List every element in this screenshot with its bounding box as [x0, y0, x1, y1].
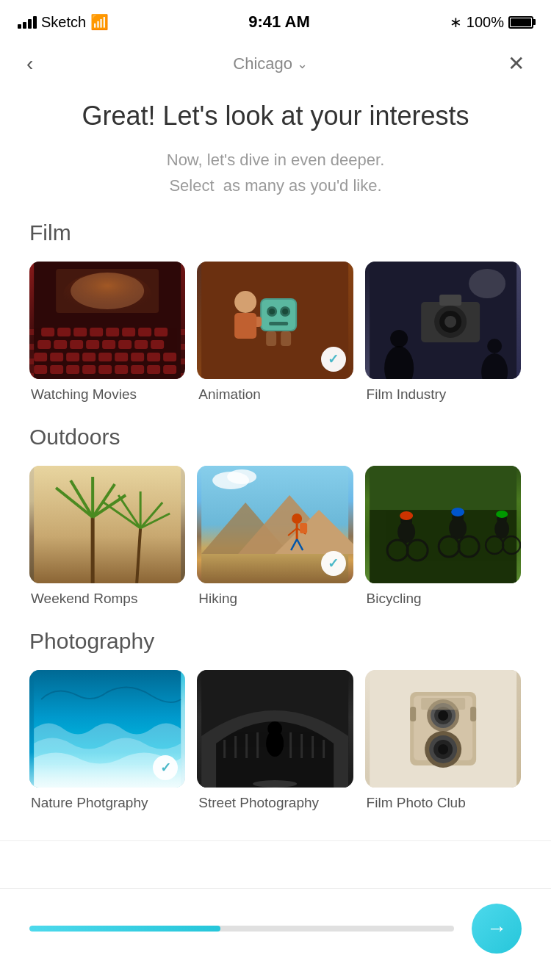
progress-track [29, 926, 454, 932]
card-film-photo-club-label: Film Photo Club [365, 795, 521, 811]
svg-point-124 [438, 710, 448, 721]
bottom-bar: → [0, 888, 551, 980]
svg-rect-9 [154, 328, 168, 336]
svg-point-79 [292, 514, 302, 524]
svg-rect-10 [37, 340, 51, 349]
card-bicycling-image [365, 466, 521, 583]
svg-rect-50 [234, 313, 256, 339]
svg-rect-28 [50, 365, 63, 374]
card-film-photo-club[interactable]: Film Photo Club [365, 670, 521, 811]
section-photography: Photography [0, 629, 551, 833]
header: Great! Let's look at your interests Now,… [0, 84, 551, 220]
card-animation-image: ✓ [197, 262, 353, 379]
status-left: Sketch 📶 [18, 13, 109, 31]
svg-rect-114 [300, 734, 303, 758]
section-outdoors: Outdoors [0, 425, 551, 629]
arrow-right-icon: → [486, 917, 507, 940]
svg-rect-16 [134, 340, 148, 349]
svg-point-86 [227, 469, 256, 484]
svg-rect-47 [266, 331, 276, 346]
card-street-photography[interactable]: Street Photography [197, 670, 353, 811]
next-button[interactable]: → [472, 904, 522, 954]
card-bicycling-label: Bicycling [365, 591, 521, 607]
svg-point-44 [282, 309, 288, 314]
location-selector[interactable]: Chicago ⌄ [233, 54, 308, 73]
card-animation-label: Animation [197, 386, 353, 403]
svg-rect-6 [106, 328, 119, 336]
card-hiking[interactable]: ✓ Hiking [197, 466, 353, 607]
svg-rect-33 [131, 365, 144, 374]
svg-rect-17 [151, 340, 164, 349]
carrier-label: Sketch [41, 14, 86, 31]
card-bicycling[interactable]: Bicycling [365, 466, 521, 607]
card-weekend-romps-image [29, 466, 185, 583]
card-hiking-check: ✓ [321, 551, 346, 576]
svg-rect-7 [122, 328, 135, 336]
back-button[interactable]: ‹ [24, 49, 36, 79]
card-weekend-romps-label: Weekend Romps [29, 591, 185, 607]
svg-rect-25 [147, 353, 160, 361]
svg-rect-13 [86, 340, 99, 349]
card-nature-photography-label: Nature Photgraphy [29, 795, 185, 811]
svg-rect-53 [439, 295, 461, 306]
svg-rect-111 [245, 734, 248, 758]
page-title: Great! Let's look at your interests [29, 99, 522, 134]
close-button[interactable]: ✕ [505, 48, 527, 79]
page-subtitle: Now, let's dive in even deeper.Select as… [29, 147, 522, 198]
card-animation[interactable]: ✓ Animation [197, 262, 353, 403]
card-film-photo-club-image [365, 670, 521, 788]
battery-percent: 100% [467, 14, 504, 31]
svg-point-43 [269, 309, 275, 314]
svg-rect-4 [73, 328, 87, 336]
svg-rect-129 [410, 707, 416, 721]
card-watching-movies[interactable]: Watching Movies [29, 262, 185, 403]
status-right: ∗ 100% [450, 13, 533, 31]
outdoors-cards-row: Weekend Romps [29, 466, 522, 607]
svg-rect-112 [256, 732, 259, 758]
section-film-title: Film [29, 220, 522, 245]
battery-icon [508, 16, 533, 29]
svg-rect-5 [90, 328, 103, 336]
svg-point-102 [400, 511, 413, 520]
svg-rect-89 [370, 510, 516, 583]
svg-rect-11 [54, 340, 67, 349]
svg-rect-3 [57, 328, 71, 336]
location-label: Chicago [233, 54, 292, 73]
progress-area: → [29, 904, 522, 954]
bluetooth-icon: ∗ [450, 13, 462, 31]
svg-rect-26 [163, 353, 176, 361]
svg-rect-15 [118, 340, 132, 349]
svg-rect-34 [147, 365, 160, 374]
card-street-photography-label: Street Photography [197, 795, 353, 811]
time-label: 9:41 AM [248, 12, 310, 32]
svg-rect-2 [41, 328, 54, 336]
svg-rect-29 [66, 365, 79, 374]
svg-rect-12 [70, 340, 83, 349]
svg-point-56 [444, 316, 456, 328]
svg-rect-115 [311, 736, 314, 758]
svg-point-61 [469, 269, 505, 298]
svg-rect-8 [138, 328, 151, 336]
card-nature-photography-image: ✓ [29, 670, 185, 788]
svg-rect-130 [470, 707, 476, 721]
section-film: Film [0, 220, 551, 425]
svg-rect-109 [223, 740, 226, 758]
svg-point-58 [390, 330, 408, 347]
svg-rect-32 [115, 365, 128, 374]
svg-rect-62 [34, 466, 181, 583]
svg-rect-113 [289, 732, 292, 758]
card-nature-photography[interactable]: ✓ Nature Photgraphy [29, 670, 185, 811]
svg-rect-45 [269, 322, 288, 325]
svg-point-104 [496, 511, 508, 518]
svg-point-128 [438, 744, 448, 754]
card-weekend-romps[interactable]: Weekend Romps [29, 466, 185, 607]
svg-point-108 [266, 730, 284, 757]
card-film-industry[interactable]: Film Industry [365, 262, 521, 403]
svg-rect-21 [82, 353, 96, 361]
svg-rect-14 [102, 340, 115, 349]
svg-rect-19 [50, 353, 63, 361]
section-outdoors-title: Outdoors [29, 425, 522, 450]
photography-cards-row: ✓ Nature Photgraphy [29, 670, 522, 811]
card-animation-check: ✓ [321, 347, 346, 372]
svg-rect-22 [98, 353, 112, 361]
